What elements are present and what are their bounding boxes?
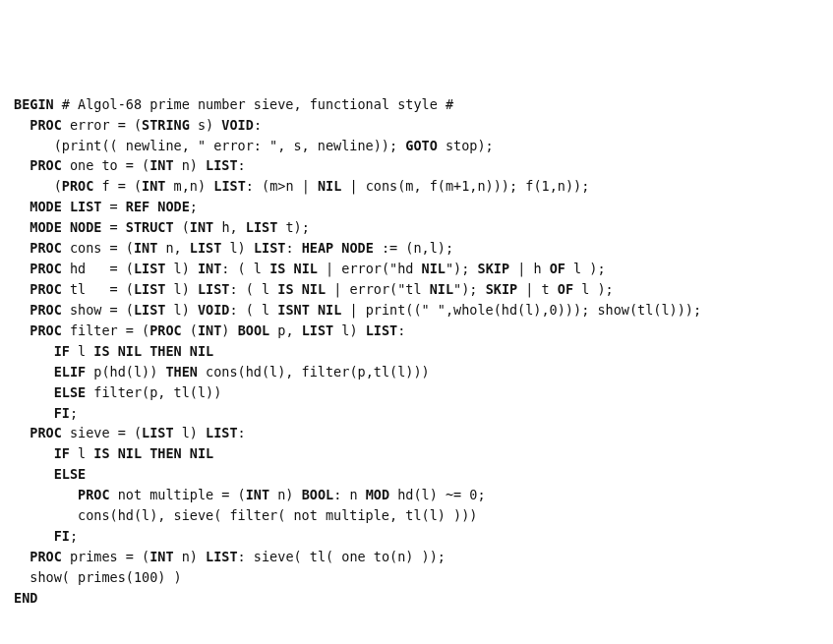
code-text: = [101, 219, 125, 235]
code-text [14, 199, 30, 214]
code-text [14, 322, 30, 338]
keyword: NIL [430, 281, 453, 297]
code-text: sieve = ( [62, 425, 142, 440]
code-text: f = ( [93, 178, 142, 194]
keyword: HEAP NODE [302, 240, 374, 256]
code-text: ( [174, 219, 190, 235]
code-text [14, 240, 30, 256]
code-line: cons(hd(l), sieve( filter( not multiple,… [14, 505, 819, 526]
code-text [14, 384, 54, 400]
code-line: FI; [14, 526, 819, 547]
code-text [14, 466, 54, 482]
keyword: NIL [318, 178, 341, 194]
code-line: END [14, 588, 819, 609]
code-text: p, [269, 322, 302, 338]
code-text: n) [174, 549, 207, 564]
code-text: l) [221, 240, 254, 256]
code-line: PROC hd = (LIST l) INT: ( l IS NIL | err… [14, 259, 819, 279]
code-text [14, 302, 30, 318]
code-line: PROC one to = (INT n) LIST: [14, 155, 819, 176]
code-line: MODE LIST = REF NODE; [14, 197, 819, 217]
code-text: error = ( [62, 117, 142, 133]
code-line: PROC primes = (INT n) LIST: sieve( tl( o… [14, 547, 819, 567]
code-text: "); [453, 281, 486, 297]
code-text: (print(( newline, " error: ", s, newline… [14, 138, 405, 153]
code-text: cons = ( [62, 240, 134, 256]
code-text: hd = ( [62, 261, 134, 276]
code-text: show( primes(100) ) [14, 569, 182, 585]
code-line: PROC show = (LIST l) VOID: ( l ISNT NIL … [14, 300, 819, 321]
code-text: : [238, 157, 246, 173]
keyword: STRING [142, 117, 190, 133]
keyword: LIST [213, 178, 246, 194]
code-text: s) [190, 117, 222, 133]
keyword: IS NIL THEN NIL [93, 343, 213, 359]
code-text: = [101, 199, 125, 214]
keyword: INT [142, 178, 165, 194]
code-text: h, [213, 219, 246, 235]
keyword: INT [198, 322, 221, 338]
keyword: MODE NODE [30, 219, 101, 235]
keyword: LIST [206, 549, 238, 564]
code-text: : ( l [229, 302, 277, 318]
code-text: := (n,l); [374, 240, 453, 256]
code-line: PROC tl = (LIST l) LIST: ( l IS NIL | er… [14, 279, 819, 300]
code-text: | h [509, 261, 550, 276]
keyword: PROC [30, 281, 62, 297]
keyword: LIST [302, 322, 334, 338]
keyword: INT [198, 261, 221, 276]
code-text: l) [333, 322, 366, 338]
keyword: LIST [134, 261, 166, 276]
code-text: : ( l [229, 281, 277, 297]
code-text: n) [269, 487, 302, 502]
code-text [14, 425, 30, 440]
code-text: cons(hd(l), sieve( filter( not multiple,… [14, 507, 477, 523]
code-text: l) [165, 261, 198, 276]
code-line: IF l IS NIL THEN NIL [14, 443, 819, 464]
code-line: ELSE filter(p, tl(l)) [14, 382, 819, 403]
keyword: PROC [30, 117, 62, 133]
keyword: PROC [30, 261, 62, 276]
code-text [14, 117, 30, 133]
code-text: l ); [565, 261, 606, 276]
keyword: LIST [198, 281, 230, 297]
keyword: PROC [149, 322, 182, 338]
code-text: "); [446, 261, 478, 276]
code-text: ; [70, 405, 78, 421]
code-text: | cons(m, f(m+1,n))); f(1,n)); [341, 178, 589, 194]
code-text: ( [14, 178, 62, 194]
keyword: LIST [206, 157, 238, 173]
code-text: | error("tl [326, 281, 430, 297]
keyword: BOOL [302, 487, 334, 502]
keyword: OF [558, 281, 573, 297]
code-text: | print((" ",whole(hd(l),0))); show(tl(l… [341, 302, 701, 318]
keyword: ELSE [54, 466, 87, 482]
keyword: IS NIL [269, 261, 318, 276]
code-text: l) [174, 425, 207, 440]
keyword: GOTO [405, 138, 438, 153]
keyword: PROC [30, 157, 62, 173]
code-text [14, 549, 30, 564]
keyword: INT [149, 157, 173, 173]
code-text: show = ( [62, 302, 134, 318]
code-text: n, [157, 240, 190, 256]
keyword: PROC [30, 302, 62, 318]
code-text: filter(p, tl(l)) [86, 384, 221, 400]
keyword: IS NIL [277, 281, 326, 297]
code-text [14, 157, 30, 173]
code-text: n) [174, 157, 207, 173]
code-text [14, 219, 30, 235]
keyword: INT [246, 487, 269, 502]
keyword: INT [134, 240, 157, 256]
code-line: show( primes(100) ) [14, 567, 819, 588]
keyword: PROC [78, 487, 110, 502]
code-line: ELIF p(hd(l)) THEN cons(hd(l), filter(p,… [14, 362, 819, 382]
code-line: MODE NODE = STRUCT (INT h, LIST t); [14, 217, 819, 238]
keyword: PROC [30, 322, 62, 338]
code-line: FI; [14, 403, 819, 424]
keyword: ISNT NIL [277, 302, 341, 318]
code-text: ; [70, 528, 78, 544]
code-text [14, 445, 54, 461]
code-line: ELSE [14, 464, 819, 485]
code-text: : sieve( tl( one to(n) )); [238, 549, 446, 564]
